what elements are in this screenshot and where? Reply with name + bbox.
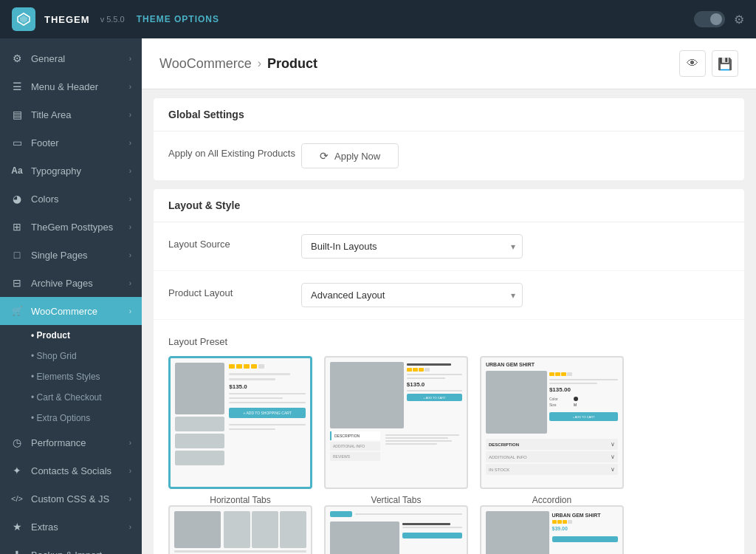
chevron-right-icon: ›: [129, 523, 131, 531]
sidebar-item-label: WooCommerce: [31, 306, 97, 317]
svg-marker-1: [20, 16, 27, 23]
sidebar-item-label: Menu & Header: [31, 81, 98, 92]
topbar: THEGEM v 5.5.0 THEME OPTIONS ⚙: [0, 0, 756, 38]
product-layout-row: Product Layout Advanced Layout Simple La…: [154, 271, 744, 320]
preset-item-5[interactable]: [324, 505, 468, 554]
sidebar-item-label: Extras: [31, 521, 58, 533]
chevron-right-icon: ›: [129, 495, 131, 503]
page-header-actions: 👁 💾: [679, 50, 738, 77]
preset-label-accordion: Accordion: [532, 495, 571, 505]
preset-label-horizontal-tabs: Horizontal Tabs: [210, 495, 271, 505]
sidebar-item-thegem-posttypes[interactable]: ⊞ TheGem Posttypes ›: [0, 213, 142, 241]
sidebar-item-label: General: [31, 53, 65, 64]
global-settings-title: Global Settings: [154, 98, 744, 131]
preset-thumb-vertical-tabs: $135.0 + ADD TO CART DE: [324, 356, 468, 489]
chevron-right-icon: ›: [129, 83, 131, 91]
chevron-right-icon: ›: [129, 111, 131, 119]
sidebar: ⚙ General › ☰ Menu & Header › ▤ Title Ar…: [0, 38, 142, 554]
chevron-right-icon: ›: [129, 167, 131, 175]
product-layout-select[interactable]: Advanced Layout Simple Layout Classic La…: [301, 283, 523, 307]
sidebar-item-archive-pages[interactable]: ⊟ Archive Pages ›: [0, 269, 142, 297]
colors-icon: ◕: [10, 192, 24, 205]
chevron-right-icon: ›: [129, 467, 131, 475]
sidebar-item-extras[interactable]: ★ Extras ›: [0, 513, 142, 541]
sidebar-item-backup-import[interactable]: ⬇ Backup & Import: [0, 541, 142, 554]
eye-icon: 👁: [687, 57, 698, 70]
preset-item-4[interactable]: [168, 505, 312, 554]
chevron-right-icon: ›: [129, 251, 131, 259]
sidebar-subitem-shop-grid[interactable]: Shop Grid: [0, 346, 142, 366]
preset-item-6[interactable]: URBAN GEM SHIRT $39.00: [480, 505, 624, 554]
breadcrumb-separator: ›: [258, 57, 261, 70]
breadcrumb-current: Product: [267, 56, 317, 72]
sidebar-item-single-pages[interactable]: □ Single Pages ›: [0, 241, 142, 269]
layout-source-select-wrap: Built-In Layouts Custom Layouts: [301, 234, 523, 259]
save-button[interactable]: 💾: [712, 50, 738, 77]
code-icon: </>: [10, 492, 24, 505]
layout-source-row: Layout Source Built-In Layouts Custom La…: [154, 222, 744, 271]
save-icon: 💾: [718, 57, 732, 71]
preset-thumb-6: URBAN GEM SHIRT $39.00: [480, 505, 624, 554]
apply-all-row: Apply on All Existing Products ⟳ Apply N…: [154, 131, 744, 180]
sidebar-subitem-extra-options[interactable]: Extra Options: [0, 408, 142, 428]
menu-icon: ☰: [10, 80, 24, 93]
sidebar-item-label: Backup & Import: [31, 550, 102, 555]
sidebar-item-performance[interactable]: ◷ Performance ›: [0, 428, 142, 456]
global-settings-section: Global Settings Apply on All Existing Pr…: [154, 98, 744, 180]
sidebar-item-label: Typography: [31, 165, 81, 177]
sidebar-subitem-cart-checkout[interactable]: Cart & Checkout: [0, 387, 142, 408]
breadcrumb-parent[interactable]: WooCommerce: [159, 56, 252, 72]
preview-button[interactable]: 👁: [679, 50, 706, 77]
sidebar-item-colors[interactable]: ◕ Colors ›: [0, 185, 142, 213]
sidebar-item-typography[interactable]: Aa Typography ›: [0, 157, 142, 185]
sidebar-item-menu-header[interactable]: ☰ Menu & Header ›: [0, 72, 142, 100]
preset-label-vertical-tabs: Vertical Tabs: [371, 495, 422, 505]
apply-icon: ⟳: [320, 150, 329, 162]
general-icon: ⚙: [10, 52, 24, 65]
preset-item-vertical-tabs[interactable]: $135.0 + ADD TO CART DE: [324, 356, 468, 505]
sidebar-item-custom-css-js[interactable]: </> Custom CSS & JS ›: [0, 485, 142, 513]
layout-style-section: Layout & Style Layout Source Built-In La…: [154, 189, 744, 554]
layout-source-select[interactable]: Built-In Layouts Custom Layouts: [301, 234, 523, 259]
sidebar-item-label: Archive Pages: [31, 278, 93, 289]
sidebar-item-contacts-socials[interactable]: ✦ Contacts & Socials ›: [0, 456, 142, 485]
preset-item-horizontal-tabs[interactable]: $135.0 + ADD TO SHOPPING CART: [168, 356, 312, 505]
preset-grid: $135.0 + ADD TO SHOPPING CART: [168, 356, 729, 505]
sidebar-item-woocommerce[interactable]: 🛒 WooCommerce ›: [0, 297, 142, 325]
archive-pages-icon: ⊟: [10, 276, 24, 290]
chevron-right-icon: ›: [129, 223, 131, 231]
dark-mode-toggle[interactable]: [694, 11, 725, 27]
sidebar-subitem-product[interactable]: Product: [0, 325, 142, 346]
chevron-right-icon: ›: [129, 55, 131, 63]
apply-now-button[interactable]: ⟳ Apply Now: [301, 143, 399, 168]
main-layout: ⚙ General › ☰ Menu & Header › ▤ Title Ar…: [0, 38, 756, 554]
extras-icon: ★: [10, 520, 24, 533]
layout-source-control: Built-In Layouts Custom Layouts: [301, 234, 729, 259]
chevron-down-icon: ›: [129, 307, 131, 315]
theme-options-label[interactable]: THEME OPTIONS: [137, 14, 219, 24]
sidebar-item-label: Single Pages: [31, 250, 88, 261]
typography-icon: Aa: [10, 164, 24, 177]
preset-thumb-horizontal-tabs: $135.0 + ADD TO SHOPPING CART: [168, 356, 312, 489]
contacts-icon: ✦: [10, 464, 24, 477]
sidebar-item-label: Contacts & Socials: [31, 465, 111, 476]
sidebar-subitem-elements-styles[interactable]: Elements Styles: [0, 366, 142, 387]
brand-version: v 5.5.0: [100, 15, 125, 24]
sidebar-item-general[interactable]: ⚙ General ›: [0, 44, 142, 72]
preset-item-accordion[interactable]: URBAN GEM SHIRT: [480, 356, 624, 505]
gear-icon[interactable]: ⚙: [734, 13, 744, 27]
product-layout-control: Advanced Layout Simple Layout Classic La…: [301, 283, 729, 307]
sidebar-item-footer[interactable]: ▭ Footer ›: [0, 129, 142, 157]
single-pages-icon: □: [10, 248, 24, 261]
sidebar-item-label: Colors: [31, 194, 59, 205]
posttypes-icon: ⊞: [10, 220, 24, 233]
chevron-right-icon: ›: [129, 439, 131, 447]
layout-preset-label: Layout Preset: [168, 332, 227, 347]
sidebar-item-label: Title Area: [31, 109, 71, 120]
product-layout-select-wrap: Advanced Layout Simple Layout Classic La…: [301, 283, 523, 307]
sidebar-item-title-area[interactable]: ▤ Title Area ›: [0, 100, 142, 129]
layout-source-label: Layout Source: [168, 234, 301, 250]
woocommerce-icon: 🛒: [10, 304, 24, 318]
sidebar-item-label: Performance: [31, 437, 86, 448]
brand-logo: [12, 7, 35, 31]
